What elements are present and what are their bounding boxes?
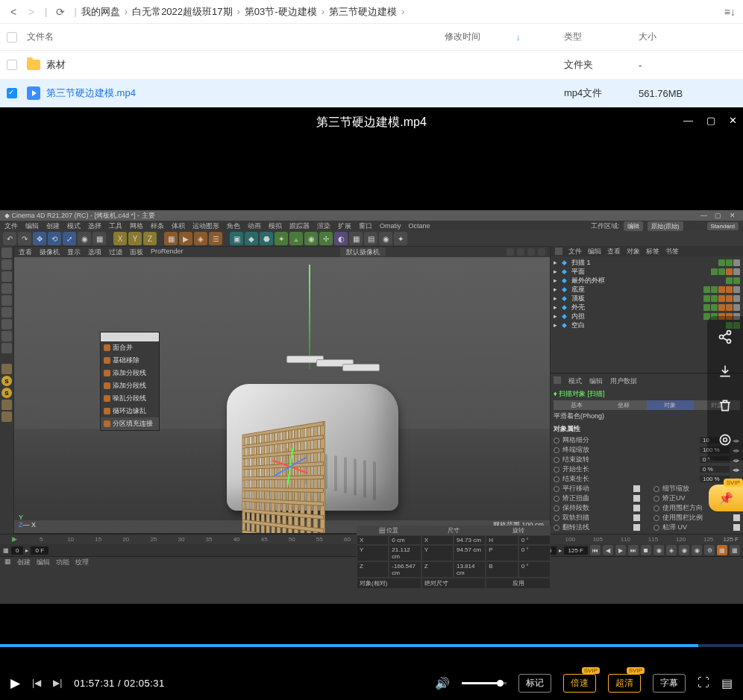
minimize-button[interactable]: —: [683, 115, 693, 126]
c4d-menubar[interactable]: 文件编辑创建模式选择工具网格样条体积运动图形角色动画模拟跟踪器渲染扩展窗口Oma…: [0, 221, 743, 231]
prev-button[interactable]: |◀: [32, 678, 41, 688]
svg-line-3: [723, 333, 727, 336]
delete-button[interactable]: [715, 395, 736, 416]
side-tool-panel: [707, 316, 743, 461]
row-checkbox[interactable]: [7, 60, 17, 70]
coordinates-panel[interactable]: ▦ 位置尺寸旋转 X0 cmX94.73 cmH0 °Y21.112 cmY94…: [357, 526, 551, 589]
select-all-checkbox[interactable]: [7, 32, 17, 42]
scene-model: [204, 362, 421, 526]
video-titlebar: 第三节硬边建模.mp4 — ▢ ✕: [0, 107, 743, 137]
svg-point-5: [720, 435, 730, 444]
svg-point-1: [720, 335, 724, 339]
play-button[interactable]: ▶: [10, 675, 20, 691]
file-size: -: [639, 60, 743, 71]
maximize-button[interactable]: ▢: [706, 115, 715, 126]
playlist-button[interactable]: ▤: [721, 676, 733, 690]
file-table-header: 文件名 修改时间↓ 类型 大小: [0, 24, 743, 51]
crumb-0[interactable]: 我的网盘: [81, 5, 120, 19]
video-title: 第三节硬边建模.mp4: [316, 115, 427, 130]
volume-slider[interactable]: [462, 682, 507, 684]
col-mtime[interactable]: 修改时间: [445, 31, 480, 43]
crumb-1[interactable]: 白无常2022超级班17期: [132, 5, 232, 19]
file-type: mp4文件: [564, 86, 639, 100]
share-button[interactable]: [715, 327, 736, 347]
svg-point-2: [727, 339, 731, 343]
c4d-viewport[interactable]: 查看摄像机显示选项过滤面板ProRender默认摄像机 面合并基础移除添加分段线…: [13, 246, 551, 534]
svg-point-6: [724, 438, 727, 442]
c4d-bottom: ▶ 05101520253035404550556065707580859095…: [0, 534, 743, 604]
row-checkbox[interactable]: [7, 88, 17, 98]
file-name[interactable]: 第三节硬边建模.mp4: [46, 86, 136, 100]
camera-dropdown[interactable]: 默认摄像机: [340, 247, 386, 256]
svg-point-0: [727, 331, 731, 335]
subtitle-button[interactable]: 字幕: [653, 674, 686, 693]
col-name[interactable]: 文件名: [24, 31, 445, 43]
download-button[interactable]: [715, 361, 736, 382]
player-controls: ▶ |◀ ▶| 01:57:31 / 02:05:31 🔊 标记 SVIP倍速 …: [0, 666, 743, 700]
back-button[interactable]: <: [6, 4, 21, 19]
settings-button[interactable]: [715, 429, 736, 450]
c4d-window: ◆ Cinema 4D R21.207 (RC) - [烤板机.c4d *] -…: [0, 210, 743, 604]
crumb-3[interactable]: 第三节硬边建模: [329, 5, 397, 19]
c4d-left-tools[interactable]: SS: [0, 246, 13, 534]
top-nav: < > | ⟳ | 我的网盘› 白无常2022超级班17期› 第03节-硬边建模…: [0, 0, 743, 24]
svip-pin[interactable]: SVIP📌: [709, 485, 743, 511]
file-size: 561.76MB: [639, 88, 743, 99]
file-name: 素材: [46, 58, 66, 72]
col-size[interactable]: 大小: [639, 31, 743, 43]
volume-icon[interactable]: 🔊: [435, 676, 450, 690]
file-row-video[interactable]: 第三节硬边建模.mp4 mp4文件 561.76MB: [0, 79, 743, 107]
speed-button[interactable]: SVIP倍速: [563, 674, 596, 693]
col-type[interactable]: 类型: [564, 31, 639, 43]
video-player: 第三节硬边建模.mp4 — ▢ ✕ ◆ Cinema 4D R21.207 (R…: [0, 107, 743, 700]
progress-bar[interactable]: [0, 644, 743, 647]
mark-button[interactable]: 标记: [518, 674, 551, 693]
file-row-folder[interactable]: 素材 文件夹 -: [0, 51, 743, 79]
context-menu[interactable]: 面合并基础移除添加分段线添加分段线噪乱分段线循环边缘乱分区填充连接: [100, 332, 160, 431]
viewmode-button[interactable]: ≡↓: [724, 6, 736, 18]
file-type: 文件夹: [564, 58, 639, 72]
time-display: 01:57:31 / 02:05:31: [74, 678, 165, 689]
quality-button[interactable]: SVIP超清: [608, 674, 641, 693]
next-button[interactable]: ▶|: [53, 678, 62, 688]
folder-icon: [27, 60, 40, 70]
sort-arrow-icon[interactable]: ↓: [516, 33, 521, 42]
forward-button[interactable]: >: [24, 4, 39, 19]
refresh-button[interactable]: ⟳: [53, 4, 68, 19]
c4d-toolbar[interactable]: ↶↷ ✥⟲⤢ ◉▦ XYZ ▦▶◈☰ ▣◆⬣ ✦⟁◉✢ ◐▦▤ ◉✦: [0, 231, 743, 246]
close-button[interactable]: ✕: [729, 115, 737, 126]
svg-line-4: [723, 338, 727, 341]
c4d-titlebar: ◆ Cinema 4D R21.207 (RC) - [烤板机.c4d *] -…: [0, 210, 743, 221]
video-icon: [27, 86, 40, 100]
fullscreen-button[interactable]: ⛶: [697, 676, 709, 690]
crumb-2[interactable]: 第03节-硬边建模: [245, 5, 317, 19]
